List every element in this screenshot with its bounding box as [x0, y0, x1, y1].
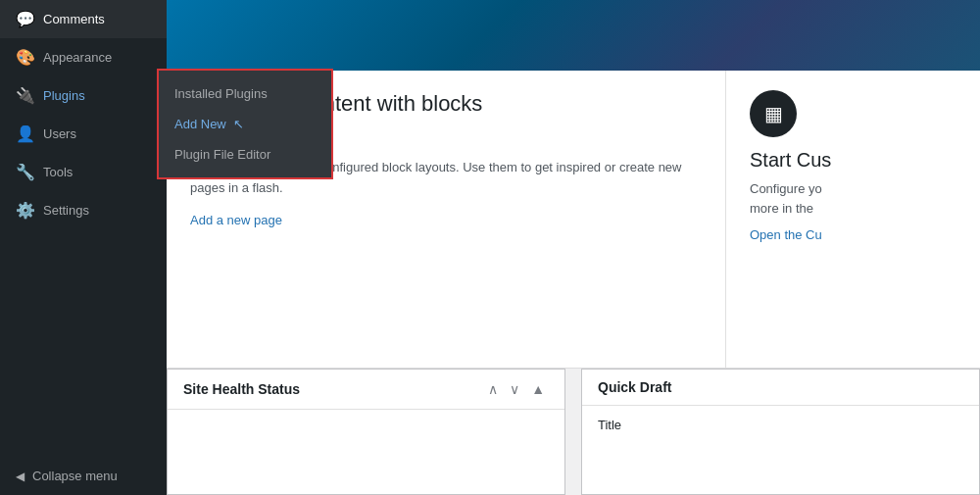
site-health-content — [168, 410, 564, 433]
collapse-arrow-icon: ◀ — [16, 470, 24, 483]
submenu-add-new[interactable]: Add New ↖ — [159, 109, 331, 139]
submenu-installed-plugins[interactable]: Installed Plugins — [159, 78, 331, 109]
site-health-header: Site Health Status ∧ ∨ ▲ — [168, 370, 564, 410]
widgets-row: Site Health Status ∧ ∨ ▲ Quick Draft Tit… — [167, 368, 980, 495]
sidebar-item-plugins[interactable]: 🔌 Plugins — [0, 76, 167, 115]
quick-draft-header: Quick Draft — [582, 370, 979, 406]
collapse-menu-button[interactable]: ◀ Collapse menu — [0, 457, 167, 495]
site-health-collapse-down[interactable]: ∨ — [506, 379, 523, 399]
sidebar-item-settings[interactable]: ⚙️ Settings — [0, 191, 167, 229]
sidebar-item-tools-label: Tools — [43, 165, 73, 179]
site-health-toggle[interactable]: ▲ — [527, 379, 549, 399]
appearance-icon: 🎨 — [16, 48, 35, 67]
cursor-icon: ↖ — [233, 117, 244, 131]
quick-draft-title: Quick Draft — [598, 379, 671, 395]
site-health-controls: ∧ ∨ ▲ — [484, 379, 549, 399]
customizer-icon: ▦ — [750, 90, 797, 137]
sidebar-item-appearance[interactable]: 🎨 Appearance — [0, 38, 167, 76]
sidebar-item-tools[interactable]: 🔧 Tools — [0, 153, 167, 191]
tools-icon: 🔧 — [16, 163, 35, 181]
sidebar-item-comments[interactable]: 💬 Comments — [0, 0, 167, 38]
plugins-icon: 🔌 — [16, 86, 35, 105]
site-health-collapse-up[interactable]: ∧ — [484, 379, 502, 399]
right-panel: ▦ Start Cus Configure yo more in the Ope… — [725, 71, 980, 368]
plugins-submenu-container: 🔌 Plugins Installed Plugins Add New ↖ Pl… — [0, 76, 167, 115]
sidebar-item-users-label: Users — [43, 126, 76, 141]
right-panel-title: Start Cus — [750, 149, 956, 172]
site-health-title: Site Health Status — [183, 381, 300, 397]
quick-draft-widget: Quick Draft Title — [581, 369, 980, 495]
quick-draft-title-label: Title — [598, 418, 621, 432]
open-customizer-link[interactable]: Open the Cu — [750, 227, 822, 242]
settings-icon: ⚙️ — [16, 201, 35, 220]
comments-icon: 💬 — [16, 10, 35, 28]
sidebar-item-settings-label: Settings — [43, 203, 89, 218]
sidebar: 💬 Comments 🎨 Appearance 🔌 Plugins Instal… — [0, 0, 167, 495]
site-health-widget: Site Health Status ∧ ∨ ▲ — [167, 369, 565, 495]
quick-draft-content: Title — [582, 406, 979, 444]
plugins-submenu: Installed Plugins Add New ↖ Plugin File … — [157, 69, 333, 179]
right-panel-desc: Configure yo more in the — [750, 179, 956, 218]
users-icon: 👤 — [16, 124, 35, 143]
sidebar-item-comments-label: Comments — [43, 12, 105, 26]
hero-banner — [167, 0, 980, 71]
sidebar-item-plugins-label: Plugins — [43, 88, 85, 103]
submenu-plugin-file-editor[interactable]: Plugin File Editor — [159, 139, 331, 170]
collapse-menu-label: Collapse menu — [32, 469, 118, 483]
sidebar-item-users[interactable]: 👤 Users — [0, 115, 167, 153]
sidebar-item-appearance-label: Appearance — [43, 50, 112, 65]
add-new-page-link[interactable]: Add a new page — [190, 213, 282, 227]
